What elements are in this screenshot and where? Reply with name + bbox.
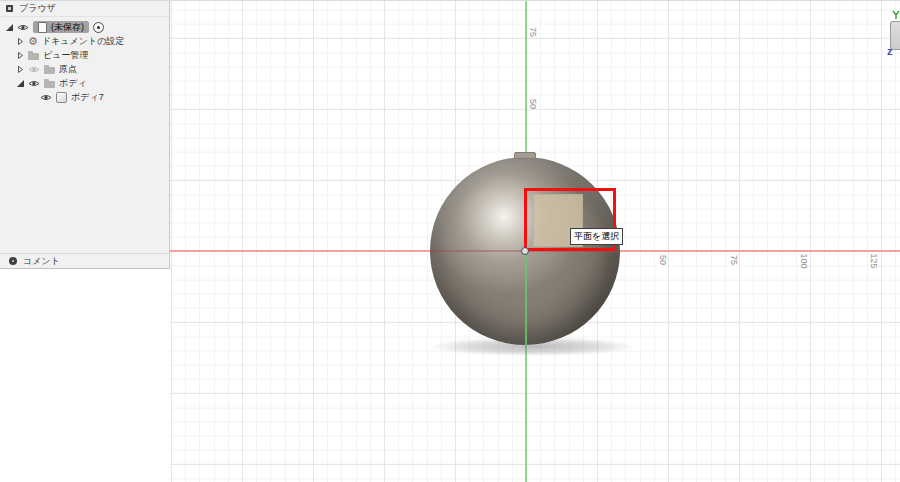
browser-panel-header[interactable]: ブラウザ [0,1,169,17]
view-management-label: ビュー管理 [43,49,88,62]
expander-closed-icon[interactable] [17,51,24,60]
h-axis-tick-100: 100 [799,253,809,268]
tree-item-named-views[interactable]: ビュー管理 [0,48,169,62]
v-axis-tick-75: 75 [528,27,538,37]
tree-item-document[interactable]: (未保存) [0,20,169,34]
browser-panel-title: ブラウザ [19,2,56,15]
fusion-app-window: 75 50 50 75 100 125 平面を選択 z ブラウザ [0,0,900,482]
visibility-eye-icon[interactable] [17,23,29,32]
origin-folder-icon [44,67,55,74]
select-plane-tooltip: 平面を選択 [570,228,623,245]
visibility-eye-icon[interactable] [28,79,40,88]
bodies-label: ボディ [59,77,87,90]
browser-tree: (未保存) ⚙ ドキュメントの設定 ビュー管理 [0,17,169,104]
expander-closed-icon[interactable] [17,37,24,46]
visibility-eye-icon[interactable] [40,93,52,102]
expander-open-icon[interactable] [6,24,13,31]
comments-icon [9,257,17,265]
document-settings-label: ドキュメントの設定 [42,35,124,48]
document-label: (未保存) [51,21,84,34]
origin-label: 原点 [59,63,77,76]
visibility-eye-icon-hidden[interactable] [28,65,40,74]
browser-panel-icon [6,5,13,12]
h-axis-tick-75: 75 [729,255,739,265]
h-axis-tick-125: 125 [869,253,879,268]
comments-label: コメント [23,255,60,268]
active-document-radio-icon[interactable] [93,22,104,33]
tree-item-document-settings[interactable]: ⚙ ドキュメントの設定 [0,34,169,48]
v-axis-tick-50: 50 [528,99,538,109]
comments-bar[interactable]: コメント [0,253,169,268]
bodies-folder-icon [44,81,55,88]
body-icon [56,92,67,103]
body7-label: ボディ7 [71,91,104,104]
browser-panel: ブラウザ (未保存) ⚙ ドキュメントの設定 [0,1,170,269]
gear-icon: ⚙ [28,37,38,46]
view-management-folder-icon [28,53,39,60]
tree-item-body7[interactable]: ボディ7 [0,90,169,104]
document-icon [38,22,47,33]
nav-y-axis-icon [892,10,900,19]
selected-document-pill[interactable]: (未保存) [33,21,89,33]
tree-item-origin[interactable]: 原点 [0,62,169,76]
expander-open-icon[interactable] [17,80,24,87]
expander-closed-icon[interactable] [17,65,24,74]
h-axis-tick-50: 50 [658,255,668,265]
origin-point[interactable] [521,247,529,255]
nav-z-axis-label: z [887,45,893,57]
y-axis-overlay-on-sphere [525,253,527,345]
sphere-top-vertex-marker [514,152,536,159]
viewport-canvas[interactable]: 75 50 50 75 100 125 平面を選択 z [170,1,900,482]
tree-item-bodies[interactable]: ボディ [0,76,169,90]
